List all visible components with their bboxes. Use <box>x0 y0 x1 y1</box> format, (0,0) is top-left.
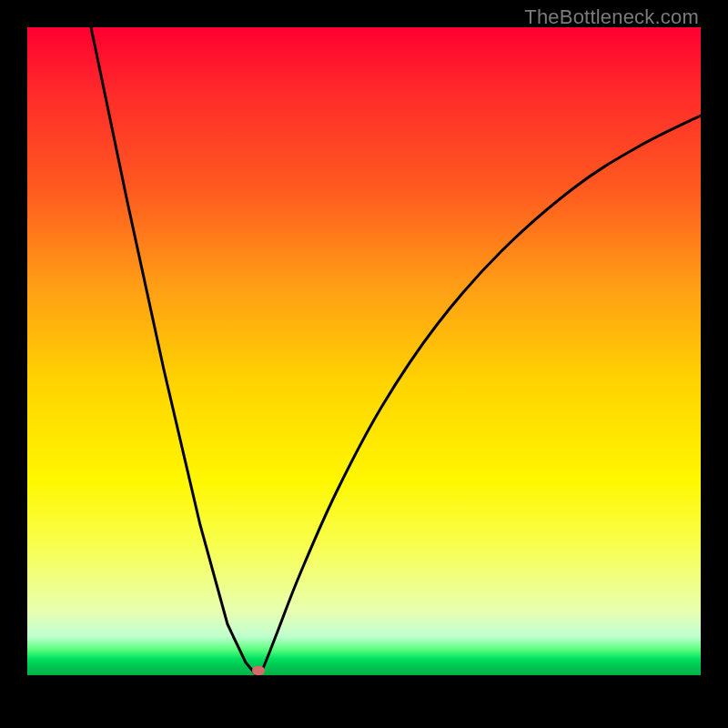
watermark-text: TheBottleneck.com <box>524 5 699 29</box>
curve-left-branch <box>91 27 258 675</box>
plot-area <box>27 27 701 701</box>
chart-frame: TheBottleneck.com <box>0 0 728 728</box>
curve-svg <box>27 27 701 701</box>
curve-right-branch <box>258 116 701 675</box>
bottom-strip <box>27 675 701 701</box>
marker-vertex <box>252 666 265 675</box>
